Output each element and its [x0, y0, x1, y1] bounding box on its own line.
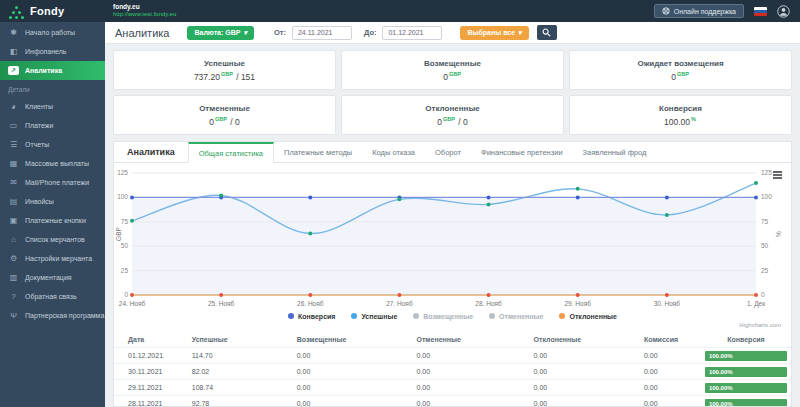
legend-item-2[interactable]: Успешные — [351, 313, 397, 320]
currency-select-button[interactable]: Валюта: GBP ▾ — [187, 26, 253, 40]
sidebar-item-analytics-chart[interactable]: ↗Аналитика — [0, 61, 105, 80]
chart-area: 00252550507575100100125125GBP%24. Нояб25… — [114, 163, 791, 310]
date-to-input[interactable] — [382, 26, 442, 40]
tab-2[interactable]: Платежные методы — [274, 142, 362, 162]
svg-text:30. Нояб: 30. Нояб — [654, 300, 681, 307]
site-name: fondy.eu — [113, 3, 654, 11]
page-header: Аналитика Валюта: GBP ▾ От: До: Выбраны … — [105, 22, 800, 44]
page-title: Аналитика — [115, 27, 169, 39]
svg-text:29. Нояб: 29. Нояб — [565, 300, 592, 307]
table-cell: 92.78 — [186, 396, 291, 407]
svg-text:125: 125 — [117, 169, 128, 176]
fondy-logo[interactable]: Fondy — [0, 4, 105, 19]
tab-3[interactable]: Коды отказа — [362, 142, 425, 162]
sidebar-item-partner-trophy[interactable]: ΨПартнерская программа — [0, 306, 105, 325]
dashboard-icon: ◧ — [8, 47, 19, 56]
sidebar-item-dashboard[interactable]: ◧Инфопанель — [0, 42, 105, 61]
chart-context-menu-icon[interactable] — [773, 171, 782, 180]
legend-item-3[interactable]: Возмещенные — [413, 313, 473, 320]
sidebar-item-merchant-bag[interactable]: ⌂Список мерчантов — [0, 230, 105, 249]
svg-text:50: 50 — [761, 242, 769, 249]
svg-text:25: 25 — [761, 267, 769, 274]
table-cell: 0.00 — [411, 348, 528, 364]
svg-text:100: 100 — [761, 193, 772, 200]
legend-dot-icon — [413, 313, 419, 319]
to-label: До: — [364, 28, 377, 37]
sidebar-item-mail[interactable]: ✉Mail/Phone платежи — [0, 173, 105, 192]
stat-card-value: 737.20GBP / 151 — [194, 71, 255, 82]
stat-card-title: Отклоненные — [425, 104, 479, 113]
sidebar-item-label: Mail/Phone платежи — [25, 179, 89, 186]
svg-text:GBP: GBP — [115, 227, 122, 241]
documentation-briefcase-icon: ▥ — [8, 273, 19, 282]
table-row: 01.12.2021114.700.000.000.000.00100.00% — [114, 348, 791, 364]
table-cell: 0.00 — [411, 396, 528, 407]
table-cell: 114.70 — [186, 348, 291, 364]
svg-text:50: 50 — [121, 242, 129, 249]
table-cell: 82.02 — [186, 364, 291, 380]
sidebar-item-mass-payouts-grid[interactable]: ▦Массовые выплаты — [0, 154, 105, 173]
sidebar-item-label: Партнерская программа — [25, 312, 104, 319]
rosette-icon: ✱ — [8, 28, 19, 37]
user-icon — [777, 5, 790, 18]
clients-pie-icon: ◕ — [8, 102, 19, 111]
sidebar-item-label: Клиенты — [25, 103, 53, 110]
tab-5[interactable]: Финансовые претензии — [471, 142, 573, 162]
tab-bar: АналитикаОбщая статистикаПлатежные метод… — [114, 142, 791, 163]
tab-6[interactable]: Заявленный фрод — [573, 142, 657, 162]
sidebar-item-reports-list[interactable]: ☰Отчеты — [0, 135, 105, 154]
sidebar-item-label: Платежные кнопки — [25, 217, 86, 224]
legend-label: Возмещенные — [423, 313, 473, 320]
reports-list-icon: ☰ — [8, 140, 19, 149]
stat-card-title: Отмененные — [199, 104, 250, 113]
sidebar-item-label: Инвойсы — [25, 198, 54, 205]
stat-card-value: 0GBP / 0 — [437, 116, 467, 127]
caret-down-icon: ▾ — [518, 29, 522, 37]
sidebar-item-label: Платежи — [25, 122, 53, 129]
analytics-chart-icon: ↗ — [8, 66, 19, 75]
legend-item-4[interactable]: Отмененные — [489, 313, 543, 320]
svg-text:75: 75 — [761, 218, 769, 225]
stat-card: Возмещенные0GBP — [341, 50, 564, 90]
tab-4[interactable]: Оборот — [425, 142, 471, 162]
from-label: От: — [274, 28, 286, 37]
sidebar-item-documentation-briefcase[interactable]: ▥Документация — [0, 268, 105, 287]
currency-select-label: Валюта: GBP — [194, 29, 240, 36]
svg-text:1. Дек: 1. Дек — [747, 300, 765, 308]
legend-label: Успешные — [361, 313, 397, 320]
merchant-bag-icon: ⌂ — [8, 235, 19, 244]
merchants-filter-button[interactable]: Выбраны все ▾ — [460, 26, 528, 40]
legend-item-5[interactable]: Отклоненные — [559, 313, 617, 320]
sidebar-item-payments-card[interactable]: ▭Платежи — [0, 116, 105, 135]
table-header-row: ДатаУспешныеВозмещенныеОтмененныеОтклоне… — [114, 332, 791, 348]
sidebar-item-label: Настройки мерчанта — [25, 255, 92, 262]
stat-card: Успешные737.20GBP / 151 — [113, 50, 336, 90]
stat-card-title: Ожидает возмещения — [637, 59, 723, 68]
topbar: Fondy fondy.eu http://www.test.fondy.eu … — [0, 0, 800, 22]
date-from-input[interactable] — [292, 26, 352, 40]
svg-text:26. Нояб: 26. Нояб — [297, 300, 324, 307]
sidebar-item-label: Отчеты — [25, 141, 49, 148]
svg-text:%: % — [775, 231, 782, 237]
stat-card-title: Возмещенные — [424, 59, 481, 68]
sidebar-item-rosette[interactable]: ✱Начало работы — [0, 23, 105, 42]
stat-cards: Успешные737.20GBP / 151Возмещенные0GBPОж… — [105, 44, 800, 141]
sidebar-item-feedback-question[interactable]: ?Обратная связь — [0, 287, 105, 306]
russian-flag-icon[interactable] — [754, 7, 767, 16]
mail-icon: ✉ — [8, 178, 19, 187]
svg-text:28. Нояб: 28. Нояб — [475, 300, 502, 307]
stat-card-title: Успешные — [204, 59, 245, 68]
sidebar-item-invoice-document[interactable]: ▤Инвойсы — [0, 192, 105, 211]
sidebar-item-payment-button[interactable]: ▣Платежные кнопки — [0, 211, 105, 230]
avatar[interactable] — [777, 5, 790, 18]
sidebar-item-merchant-settings-gears[interactable]: ⚙Настройки мерчанта — [0, 249, 105, 268]
legend-item-1[interactable]: Конверсия — [288, 313, 335, 320]
sidebar-item-clients-pie[interactable]: ◕Клиенты — [0, 97, 105, 116]
stat-card-value: 100.00% — [664, 116, 697, 127]
analytics-line-chart: 00252550507575100100125125GBP%24. Нояб25… — [114, 165, 791, 310]
sidebar: ✱Начало работы◧Инфопанель↗АналитикаДетал… — [0, 22, 105, 407]
tab-1[interactable]: Общая статистика — [188, 142, 274, 163]
online-support-button[interactable]: Онлайн поддержка — [654, 4, 744, 18]
svg-text:25. Нояб: 25. Нояб — [208, 300, 235, 307]
search-button[interactable] — [537, 25, 557, 40]
